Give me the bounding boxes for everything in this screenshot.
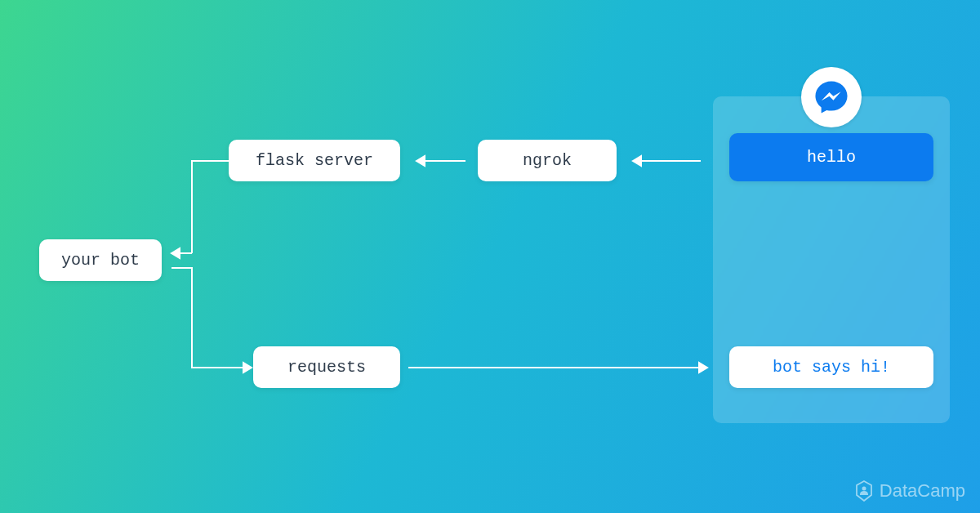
svg-marker-5 (172, 248, 180, 258)
watermark-logo: DataCamp (855, 480, 965, 502)
flow-arrows (0, 0, 980, 513)
svg-point-9 (862, 487, 866, 491)
watermark-text: DataCamp (880, 480, 965, 502)
svg-marker-1 (416, 156, 425, 166)
svg-marker-8 (699, 363, 707, 372)
svg-marker-6 (243, 363, 252, 372)
svg-marker-3 (633, 156, 641, 166)
